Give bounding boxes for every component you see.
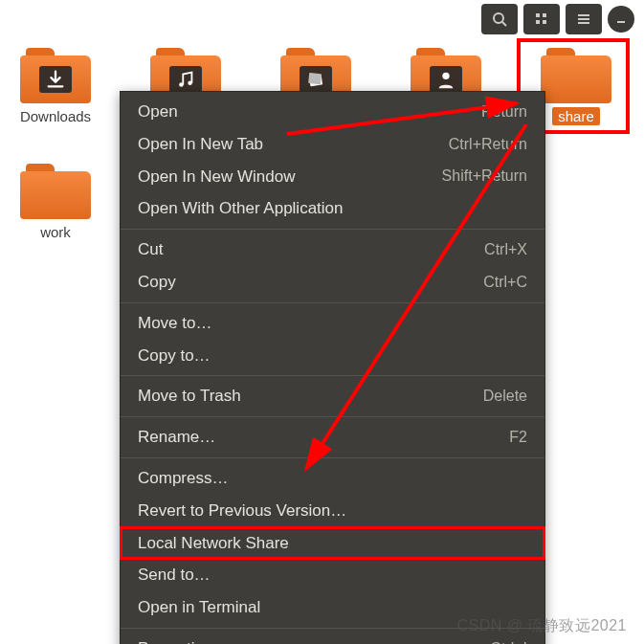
svg-line-1 [502,22,506,26]
menu-item-label: Move to… [138,312,211,335]
menu-item-shortcut: Ctrl+C [483,272,527,293]
menu-item-label: Copy to… [138,344,211,367]
menu-item-cut[interactable]: CutCtrl+X [121,233,544,266]
menu-item-copy-to[interactable]: Copy to… [121,340,544,372]
menu-item-label: Open In New Tab [138,133,263,156]
folder-icon [20,164,91,219]
menu-item-revert-to-previous-version[interactable]: Revert to Previous Version… [121,495,544,527]
folder-icon [541,48,611,103]
svg-rect-6 [578,14,589,16]
svg-rect-13 [308,73,322,84]
search-button[interactable] [481,4,518,34]
folder-share[interactable]: share [534,48,618,125]
minimize-button[interactable] [608,6,634,33]
menu-item-shortcut: Ctrl+Return [449,134,527,155]
menu-item-shortcut: Return [481,101,527,122]
menu-item-rename[interactable]: Rename…F2 [121,421,544,454]
svg-point-0 [494,13,503,23]
menu-item-label: Move to Trash [138,385,241,408]
menu-item-label: Cut [138,238,163,261]
context-menu: OpenReturnOpen In New TabCtrl+ReturnOpen… [120,91,545,644]
music-icon [169,66,202,93]
download-icon [39,66,72,93]
view-icon [534,11,549,27]
menu-item-label: Copy [138,271,176,294]
menu-separator [121,416,544,417]
folder-label: work [34,223,77,241]
menu-item-open-in-new-window[interactable]: Open In New WindowShift+Return [121,161,544,193]
min-icon [615,13,627,25]
menu-item-label: Open In New Window [138,166,295,189]
menu-item-shortcut: Shift+Return [442,166,527,187]
folder-label: share [552,107,600,125]
watermark: CSDN @ 琉静致远2021 [456,616,627,636]
menu-item-label: Open With Other Application [138,197,344,220]
folder-icon [20,48,91,103]
menu-item-label: Open [138,100,178,123]
menu-item-label: Send to… [138,564,211,587]
menu-item-label: Rename… [138,426,215,449]
svg-rect-9 [617,21,625,23]
folder-work[interactable]: work [13,164,98,241]
menu-item-shortcut: Ctrl+I [490,638,527,644]
menu-separator [121,457,544,458]
toolbar [472,0,644,38]
svg-rect-8 [578,22,589,24]
svg-point-10 [179,82,184,87]
menu-item-label: Open in Terminal [138,596,260,619]
menu-separator [121,229,544,230]
menu-item-copy[interactable]: CopyCtrl+C [121,266,544,299]
menu-item-label: Local Network Share [138,532,289,555]
svg-rect-2 [536,13,540,17]
menu-item-label: Revert to Previous Version… [138,500,346,522]
menu-item-open-with-other-application[interactable]: Open With Other Application [121,192,544,225]
menu-separator [121,375,544,376]
menu-item-shortcut: Delete [483,386,527,407]
svg-point-11 [188,80,192,85]
menu-item-send-to[interactable]: Send to… [121,559,544,591]
folder-label: Downloads [14,107,97,125]
svg-rect-5 [543,20,546,24]
menu-item-label: Compress… [138,467,228,490]
folder-downloads[interactable]: Downloads [13,48,98,125]
menu-item-label: Properties [138,637,211,644]
svg-rect-3 [543,13,546,17]
menu-item-open-in-new-tab[interactable]: Open In New TabCtrl+Return [121,128,544,161]
menu-item-move-to[interactable]: Move to… [121,307,544,340]
menu-button[interactable] [566,4,602,34]
menu-item-move-to-trash[interactable]: Move to TrashDelete [121,380,544,412]
svg-point-14 [442,73,449,79]
pictures-icon [300,66,332,93]
menu-separator [121,302,544,303]
view-button[interactable] [523,4,560,34]
menu-icon [576,11,591,27]
menu-item-local-network-share[interactable]: Local Network Share [121,527,544,560]
svg-rect-7 [578,18,589,20]
person-icon [430,66,462,93]
menu-item-shortcut: Ctrl+X [484,239,527,260]
menu-item-shortcut: F2 [509,427,527,448]
menu-item-open[interactable]: OpenReturn [121,96,544,128]
menu-item-compress[interactable]: Compress… [121,462,544,495]
svg-rect-4 [536,20,540,24]
search-icon [492,11,507,27]
